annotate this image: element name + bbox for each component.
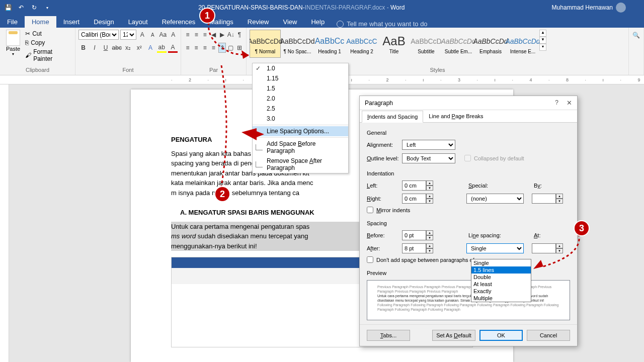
svg-marker-2 [533, 260, 543, 269]
clear-format-icon[interactable]: A [169, 30, 178, 40]
cut-button[interactable]: ✂Cut [23, 30, 72, 38]
font-name-select[interactable]: Calibri (Body) [78, 30, 119, 40]
bulb-icon [337, 21, 344, 28]
tab-indents-spacing[interactable]: Indents and Spacing [362, 111, 423, 123]
special-label: Special: [468, 183, 499, 189]
mirror-checkbox[interactable] [367, 207, 373, 213]
group-clipboard-label: Clipboard [3, 66, 72, 74]
ls-add-before[interactable]: Add Space Before Paragraph [253, 139, 348, 156]
bullets-icon[interactable]: ≡ [184, 30, 191, 40]
window-title: 20-PENGATURAN-SPASI-BARIS-DAN-INDENTASI-… [51, 4, 552, 11]
annotation-1: 1 [199, 8, 215, 24]
dont-add-checkbox[interactable] [367, 256, 373, 263]
superscript-button[interactable]: x² [134, 43, 144, 53]
tell-me[interactable]: Tell me what you want to do [332, 20, 427, 28]
undo-icon[interactable]: ↶ [17, 4, 25, 12]
align-left-icon[interactable]: ≡ [184, 43, 191, 53]
preview-box: Previous Paragraph Previous Paragraph Pr… [367, 280, 570, 320]
tab-help[interactable]: Help [304, 16, 332, 28]
change-case-icon[interactable]: Aa [158, 30, 168, 40]
help-icon[interactable]: ? [555, 99, 558, 107]
cancel-button[interactable]: Cancel [527, 330, 570, 341]
indent-right-input[interactable] [402, 194, 426, 204]
paste-icon [6, 30, 20, 46]
tab-design[interactable]: Design [87, 16, 121, 28]
svg-marker-1 [242, 128, 264, 140]
outline-select[interactable]: Body Text [402, 153, 455, 163]
ls-10[interactable]: ✓1.0 [253, 63, 348, 73]
annotation-arrow-1 [204, 23, 264, 63]
menu-bar: File Home Insert Design Layout Reference… [0, 15, 644, 28]
line-spacing-select[interactable]: Single [466, 243, 524, 253]
paste-button[interactable]: Paste ▾ [3, 30, 23, 56]
qa-more-icon[interactable]: ▾ [43, 4, 51, 12]
font-size-select[interactable]: 12 [120, 30, 136, 40]
title-bar: 💾 ↶ ↻ ▾ 20-PENGATURAN-SPASI-BARIS-DAN-IN… [0, 0, 644, 15]
before-input[interactable] [402, 230, 426, 240]
tab-references[interactable]: References [155, 16, 202, 28]
outline-label: Outline level: [367, 155, 402, 161]
shrink-font-icon[interactable]: A [148, 30, 157, 40]
ls-115[interactable]: 1.15 [253, 73, 348, 83]
copy-icon: ⎘ [25, 39, 29, 46]
align-center-icon[interactable]: ≡ [193, 43, 200, 53]
tab-layout[interactable]: Layout [121, 16, 155, 28]
tabs-button[interactable]: Tabs... [367, 330, 410, 341]
annotation-arrow-2 [242, 128, 267, 143]
ls-options[interactable]: Line Spacing Options... [253, 126, 348, 136]
ls-20[interactable]: 2.0 [253, 94, 348, 104]
styles-gallery[interactable]: AaBbCcDd¶ Normal AaBbCcDd¶ No Spac... Aa… [250, 30, 625, 66]
alignment-label: Alignment: [367, 142, 402, 148]
brush-icon: 🖌 [25, 52, 31, 59]
ls-opt-exactly[interactable]: Exactly [471, 288, 531, 295]
set-default-button[interactable]: Set As Default [432, 330, 475, 341]
by-label: By: [534, 183, 549, 189]
close-icon[interactable]: ✕ [567, 99, 572, 107]
tab-insert[interactable]: Insert [56, 16, 87, 28]
highlight-icon[interactable]: ab [157, 43, 167, 53]
ls-remove-after[interactable]: Remove Space After Paragraph [253, 156, 348, 173]
subscript-button[interactable]: x₂ [123, 43, 133, 53]
numbering-icon[interactable]: ≡ [193, 30, 200, 40]
special-select[interactable]: (none) [466, 194, 524, 204]
ls-opt-multiple[interactable]: Multiple [471, 295, 531, 302]
tab-file[interactable]: File [0, 16, 25, 28]
by-input[interactable] [532, 194, 556, 204]
ls-15[interactable]: 1.5 [253, 83, 348, 94]
styles-up-icon[interactable]: ▲ [539, 30, 546, 37]
grow-font-icon[interactable]: A [138, 30, 147, 40]
tab-line-breaks[interactable]: Line and Page Breaks [423, 110, 489, 122]
bold-button[interactable]: B [78, 43, 88, 53]
collapsed-checkbox [464, 155, 471, 161]
strike-button[interactable]: abc [112, 43, 122, 53]
styles-down-icon[interactable]: ▼ [539, 37, 546, 44]
ls-30[interactable]: 3.0 [253, 114, 348, 124]
user-avatar-icon[interactable] [616, 3, 626, 13]
underline-button[interactable]: U [101, 43, 110, 53]
tab-view[interactable]: View [276, 16, 304, 28]
italic-button[interactable]: I [90, 43, 99, 53]
redo-icon[interactable]: ↻ [30, 4, 38, 12]
ls-opt-15lines[interactable]: 1.5 lines [471, 266, 531, 274]
save-icon[interactable]: 💾 [4, 4, 12, 12]
paragraph-dialog: Paragraph ? ✕ Indents and Spacing Line a… [359, 96, 578, 346]
annotation-arrow-dash-2 [216, 65, 236, 191]
alignment-select[interactable]: Left [402, 140, 455, 150]
ok-button[interactable]: OK [479, 330, 523, 341]
format-painter-button[interactable]: 🖌Format Painter [23, 48, 72, 63]
before-label: Before: [367, 232, 402, 238]
find-icon[interactable]: 🔍 [632, 32, 640, 39]
after-input[interactable] [402, 243, 426, 253]
ls-opt-atleast[interactable]: At least [471, 281, 531, 288]
font-color-icon[interactable]: A [168, 43, 178, 53]
vertical-ruler[interactable] [0, 84, 9, 362]
user-name[interactable]: Muhammad Hernawan [552, 4, 613, 11]
ls-opt-single[interactable]: Single [471, 259, 531, 266]
copy-button[interactable]: ⎘Copy [23, 39, 72, 47]
text-effects-icon[interactable]: A [145, 43, 155, 53]
ls-opt-double[interactable]: Double [471, 274, 531, 281]
tab-home[interactable]: Home [25, 16, 56, 28]
indent-left-input[interactable] [402, 180, 426, 191]
styles-more-icon[interactable]: ▾ [539, 44, 546, 51]
ls-25[interactable]: 2.5 [253, 104, 348, 114]
